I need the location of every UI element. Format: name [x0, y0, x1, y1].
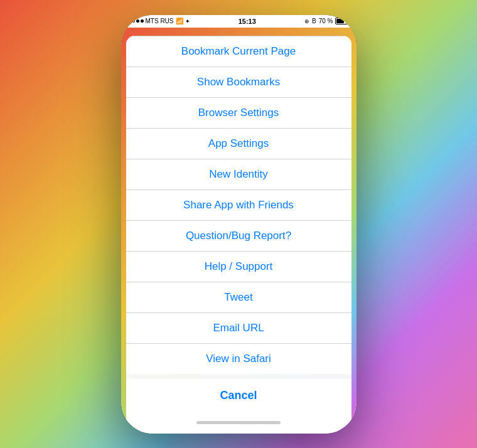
menu-item-help-support[interactable]: Help / Support [126, 252, 351, 282]
content-area: Bookmark Current PageShow BookmarksBrows… [121, 28, 356, 434]
phone-screen: MTS RUS 📶 ✦ 15:13 ⊕ B 70 % [121, 15, 356, 434]
menu-item-new-identity[interactable]: New Identity [126, 159, 351, 190]
battery-tip [348, 19, 350, 23]
status-left: MTS RUS 📶 ✦ [127, 18, 190, 24]
menu-item-browser-settings[interactable]: Browser Settings [126, 98, 351, 129]
home-indicator [196, 421, 281, 424]
carrier-name: MTS RUS [146, 18, 174, 24]
battery-percent: 70 % [319, 18, 333, 24]
bottom-bar [126, 412, 351, 434]
menu-items-list: Bookmark Current PageShow BookmarksBrows… [126, 36, 351, 374]
location-icon2: ⊕ [304, 18, 309, 24]
signal-dot-3 [136, 19, 139, 23]
status-right: ⊕ B 70 % [304, 18, 350, 24]
battery-icon [335, 18, 350, 24]
signal-dot-4 [141, 19, 144, 23]
cancel-button[interactable]: Cancel [126, 379, 351, 412]
menu-item-bookmark-current[interactable]: Bookmark Current Page [126, 36, 351, 67]
cancel-section: Cancel [126, 379, 351, 412]
menu-item-share-app[interactable]: Share App with Friends [126, 190, 351, 221]
battery-body [335, 18, 348, 24]
menu-item-show-bookmarks[interactable]: Show Bookmarks [126, 67, 351, 98]
signal-dot-1 [127, 19, 131, 23]
signal-dot-2 [132, 19, 135, 23]
wifi-symbol: 📶 [176, 18, 183, 24]
status-bar: MTS RUS 📶 ✦ 15:13 ⊕ B 70 % [121, 15, 356, 28]
phone-frame: MTS RUS 📶 ✦ 15:13 ⊕ B 70 % [121, 15, 356, 434]
menu-item-email-url[interactable]: Email URL [126, 313, 351, 344]
menu-sheet: Bookmark Current PageShow BookmarksBrows… [126, 36, 351, 412]
menu-item-view-safari[interactable]: View in Safari [126, 344, 351, 374]
status-time: 15:13 [238, 18, 256, 25]
menu-item-bug-report[interactable]: Question/Bug Report? [126, 221, 351, 252]
signal-icon [127, 19, 144, 23]
bluetooth-icon: B [312, 18, 316, 24]
battery-fill [336, 19, 343, 23]
menu-item-tweet[interactable]: Tweet [126, 282, 351, 313]
menu-item-app-settings[interactable]: App Settings [126, 129, 351, 159]
location-icon: ✦ [185, 18, 190, 24]
